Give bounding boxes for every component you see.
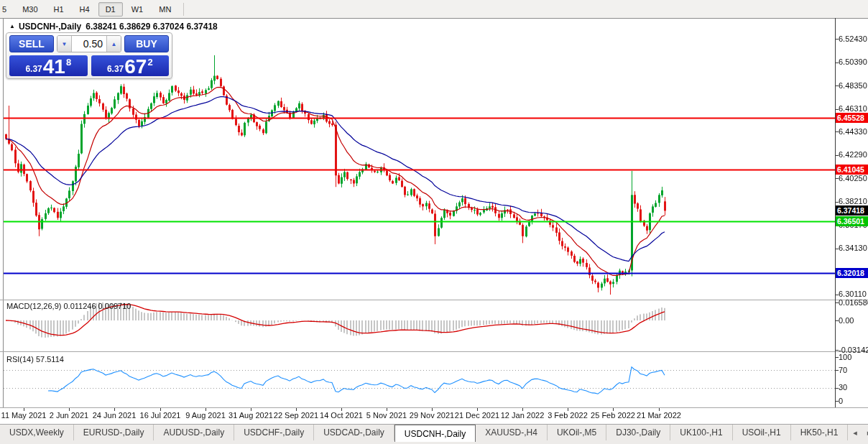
tab-eurusd-daily[interactable]: EURUSD-,Daily: [74, 425, 154, 440]
tab-scroll-buttons: ◂▸: [848, 425, 868, 440]
tab-uk100-h1[interactable]: UK100-,H1: [670, 425, 732, 440]
tab-usdx-weekly[interactable]: USDX,Weekly: [0, 425, 74, 440]
timeframe-toolbar: 5M30H1H4D1W1MN: [0, 0, 868, 19]
timeframe-button-mn[interactable]: MN: [152, 2, 178, 17]
volume-stepper: ▼ ▲: [57, 35, 121, 52]
toolbar-separator: [183, 3, 184, 16]
one-click-panel-toggle-icon[interactable]: ▲: [9, 23, 15, 29]
buy-price-big: 67: [124, 57, 147, 76]
tab-audusd-daily[interactable]: AUDUSD-,Daily: [154, 425, 234, 440]
tab-scroll-right-icon[interactable]: ▸: [862, 427, 868, 439]
volume-increase-button[interactable]: ▲: [106, 36, 121, 52]
buy-price-sup: 2: [147, 57, 152, 68]
tab-xauusd-h4[interactable]: XAUUSD-,H4: [476, 425, 548, 440]
tab-hk50-h1[interactable]: HK50-,H1: [791, 425, 849, 440]
tab-scroll-left-icon[interactable]: ◂: [848, 427, 862, 439]
tab-ukoil-m5[interactable]: UKOil-,M5: [548, 425, 606, 440]
chart-window: ▲USDCNH-,Daily6.38241 6.38629 6.37024 6.…: [0, 18, 868, 424]
tab-usdcad-daily[interactable]: USDCAD-,Daily: [314, 425, 394, 440]
sell-price-big: 41: [43, 57, 65, 76]
volume-input[interactable]: [72, 36, 106, 52]
timeframe-button-d1[interactable]: D1: [98, 2, 123, 17]
tab-usdcnh-daily[interactable]: USDCNH-,Daily: [394, 425, 476, 442]
sell-button[interactable]: SELL: [9, 35, 54, 52]
buy-button[interactable]: BUY: [124, 35, 169, 52]
timeframe-button-m30[interactable]: M30: [15, 2, 45, 17]
mt-terminal: 5M30H1H4D1W1MN ▲USDCNH-,Daily6.38241 6.3…: [0, 0, 868, 444]
sell-price-prefix: 6.37: [25, 64, 42, 74]
chart-tab-bar: USDX,WeeklyEURUSD-,DailyAUDUSD-,DailyUSD…: [0, 424, 868, 444]
sell-price-button[interactable]: 6.37418: [9, 55, 88, 76]
timeframe-button-5[interactable]: 5: [0, 2, 14, 17]
volume-decrease-button[interactable]: ▼: [57, 36, 72, 52]
timeframe-button-w1[interactable]: W1: [124, 2, 151, 17]
one-click-trade-panel: SELL ▼ ▲ BUY 6.37418 6.37672: [6, 32, 172, 79]
tab-usoil-h1[interactable]: USOil-,H1: [733, 425, 791, 440]
timeframe-button-h4[interactable]: H4: [73, 2, 97, 17]
sell-price-sup: 8: [66, 57, 71, 68]
buy-price-button[interactable]: 6.37672: [91, 55, 170, 76]
tab-usdchf-daily[interactable]: USDCHF-,Daily: [234, 425, 314, 440]
buy-price-prefix: 6.37: [107, 64, 124, 74]
tab-dj30-daily[interactable]: DJ30-,Daily: [606, 425, 670, 440]
timeframe-button-h1[interactable]: H1: [47, 2, 71, 17]
